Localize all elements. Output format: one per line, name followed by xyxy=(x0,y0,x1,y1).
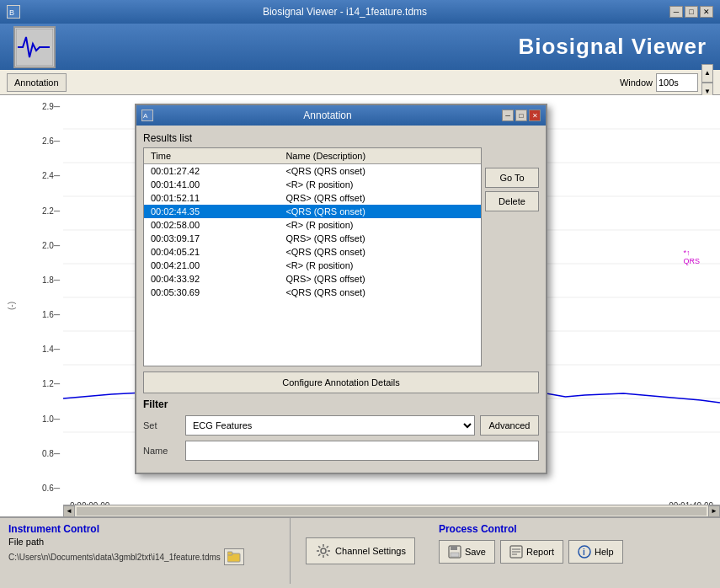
file-path-label: File path xyxy=(8,537,281,547)
annotation-button[interactable]: Annotation xyxy=(7,73,67,92)
results-list-label: Results list xyxy=(143,132,539,144)
results-table-container: Time Name (Description) 00:01:27.42<QRS … xyxy=(143,147,482,366)
save-label: Save xyxy=(465,547,486,557)
table-row[interactable]: 00:01:41.00<R> (R position) xyxy=(144,178,481,191)
filter-set-label: Set xyxy=(143,420,185,430)
configure-btn-wrap: Configure Annotation Details xyxy=(143,372,539,393)
minimize-button[interactable]: ─ xyxy=(669,6,683,18)
channel-settings-wrap: Channel Settings xyxy=(291,518,430,584)
filter-name-row: Name xyxy=(143,441,539,461)
table-row[interactable]: 00:04:33.92QRS> (QRS offset) xyxy=(144,272,481,286)
y-axis: 2.9─ 2.6─ 2.4─ 2.2─ 2.0─ 1.8─ 1.6─ 1.4─ … xyxy=(0,95,63,500)
results-table: Time Name (Description) 00:01:27.42<QRS … xyxy=(144,148,481,299)
maximize-button[interactable]: □ xyxy=(685,6,698,18)
filter-set-select[interactable]: ECG Features xyxy=(185,415,475,436)
close-button[interactable]: ✕ xyxy=(700,6,713,18)
svg-rect-20 xyxy=(451,553,459,557)
svg-text:A: A xyxy=(143,112,148,120)
dialog-maximize-btn[interactable]: □ xyxy=(515,110,527,121)
dialog-title-bar: A Annotation ─ □ ✕ xyxy=(136,105,546,126)
results-section: Time Name (Description) 00:01:27.42<QRS … xyxy=(143,147,539,366)
process-control: Process Control Save Report xyxy=(430,518,720,584)
dialog-minimize-btn[interactable]: ─ xyxy=(502,110,514,121)
report-button[interactable]: Report xyxy=(500,540,563,564)
app-icon: B xyxy=(7,5,20,19)
process-buttons: Save Report i Help xyxy=(439,540,712,564)
file-path-text: C:\Users\n\Documents\data\3gmbl2txt\i14_… xyxy=(8,553,221,562)
filter-title: Filter xyxy=(143,398,539,410)
delete-button[interactable]: Delete xyxy=(485,191,539,211)
table-row[interactable]: 00:01:52.11QRS> (QRS offset) xyxy=(144,191,481,205)
col-name: Name (Description) xyxy=(279,148,481,164)
toolbar: Annotation Window ▲ ▼ xyxy=(0,70,720,95)
dialog-title-text: Annotation xyxy=(153,110,502,121)
process-title: Process Control xyxy=(439,523,712,535)
window-controls: ─ □ ✕ xyxy=(669,6,713,18)
help-button[interactable]: i Help xyxy=(568,540,623,564)
go-to-button[interactable]: Go To xyxy=(485,168,539,188)
col-time: Time xyxy=(144,148,279,164)
svg-rect-16 xyxy=(227,552,232,555)
svg-text:i: i xyxy=(583,548,585,557)
filter-set-row: Set ECG Features Advanced xyxy=(143,415,539,436)
app-logo xyxy=(13,26,56,68)
table-row[interactable]: 00:04:05.21<QRS (QRS onset) xyxy=(144,245,481,259)
annotation-dialog: A Annotation ─ □ ✕ Results list xyxy=(135,104,547,474)
table-row[interactable]: 00:03:09.17QRS> (QRS offset) xyxy=(144,232,481,245)
svg-rect-19 xyxy=(451,546,457,550)
gear-icon xyxy=(315,543,332,559)
h-scrollbar[interactable]: ◄ ► xyxy=(63,505,720,516)
report-label: Report xyxy=(526,547,554,557)
filter-name-input[interactable] xyxy=(185,441,539,461)
dialog-close-btn[interactable]: ✕ xyxy=(529,110,541,121)
channel-settings-label: Channel Settings xyxy=(335,546,406,556)
help-label: Help xyxy=(595,547,614,557)
filter-name-label: Name xyxy=(143,446,185,456)
table-row[interactable]: 00:01:27.42<QRS (QRS onset) xyxy=(144,164,481,179)
table-row[interactable]: 00:02:58.00<R> (R position) xyxy=(144,218,481,232)
scroll-left-btn[interactable]: ◄ xyxy=(63,505,75,517)
folder-button[interactable] xyxy=(224,548,244,565)
app-header: Biosignal Viewer xyxy=(0,24,720,70)
app-title: Biosignal Viewer xyxy=(518,34,707,60)
bottom-bar: Instrument Control File path C:\Users\n\… xyxy=(0,516,720,584)
dialog-icon: A xyxy=(141,110,153,121)
instrument-control: Instrument Control File path C:\Users\n\… xyxy=(0,518,291,584)
svg-point-17 xyxy=(321,548,326,553)
advanced-button[interactable]: Advanced xyxy=(480,415,539,436)
channel-settings-button[interactable]: Channel Settings xyxy=(306,537,415,564)
table-row[interactable]: 00:05:30.69<QRS (QRS onset) xyxy=(144,286,481,299)
dialog-controls: ─ □ ✕ xyxy=(502,110,541,121)
scroll-right-btn[interactable]: ► xyxy=(708,505,720,517)
table-row[interactable]: 00:02:44.35<QRS (QRS onset) xyxy=(144,205,481,218)
main-area: (-) 2.9─ 2.6─ 2.4─ 2.2─ 2.0─ 1.8─ 1.6─ 1… xyxy=(0,95,720,516)
qrs-annotation-label: *↑QRS xyxy=(683,249,700,265)
action-buttons: Go To Delete xyxy=(485,147,539,366)
file-path-container: C:\Users\n\Documents\data\3gmbl2txt\i14_… xyxy=(8,548,281,565)
save-button[interactable]: Save xyxy=(439,540,495,564)
results-table-scroll[interactable]: Time Name (Description) 00:01:27.42<QRS … xyxy=(144,148,481,366)
window-title: Biosignal Viewer - i14_1feature.tdms xyxy=(20,6,669,18)
instrument-title: Instrument Control xyxy=(8,523,281,535)
svg-text:B: B xyxy=(9,8,14,17)
report-icon xyxy=(509,545,523,559)
dialog-body: Results list Time Name (Description) xyxy=(136,126,546,473)
filter-section: Filter Set ECG Features Advanced Name xyxy=(143,398,539,461)
configure-annotation-button[interactable]: Configure Annotation Details xyxy=(143,372,539,393)
window-value-input[interactable] xyxy=(656,73,698,92)
help-icon: i xyxy=(578,545,591,559)
window-label: Window xyxy=(620,78,653,88)
table-row[interactable]: 00:04:21.00<R> (R position) xyxy=(144,259,481,272)
window-spin-up[interactable]: ▲ xyxy=(701,64,713,83)
save-icon xyxy=(448,545,461,559)
title-bar: B Biosignal Viewer - i14_1feature.tdms ─… xyxy=(0,0,720,24)
